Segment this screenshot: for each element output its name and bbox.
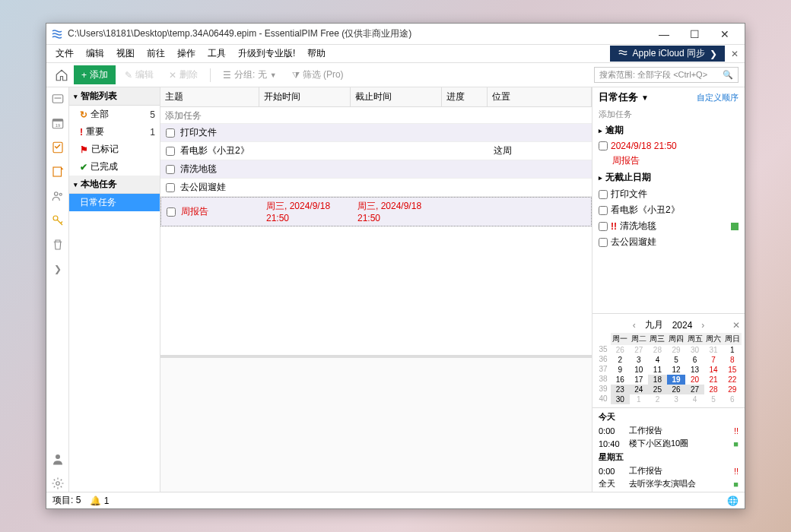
chevron-down-icon[interactable]: ▼ bbox=[641, 93, 649, 102]
agenda-row[interactable]: 全天去听张学友演唱会■ bbox=[592, 477, 745, 490]
edit-button[interactable]: ✎ 编辑 bbox=[119, 65, 160, 84]
right-task[interactable]: !!清洗地毯 bbox=[592, 218, 745, 234]
cal-day[interactable]: 9 bbox=[611, 365, 630, 375]
add-task-row[interactable] bbox=[160, 107, 592, 124]
cal-day[interactable]: 5 bbox=[704, 394, 723, 404]
icloud-sync-banner[interactable]: Apple iCloud 同步 ❯ bbox=[610, 46, 725, 62]
maximize-button[interactable]: ☐ bbox=[679, 24, 710, 44]
task-checkbox[interactable] bbox=[165, 128, 176, 138]
right-add-task[interactable]: 添加任务 bbox=[592, 107, 745, 122]
menu-视图[interactable]: 视图 bbox=[110, 46, 141, 60]
cal-day[interactable]: 27 bbox=[685, 385, 704, 394]
cal-day[interactable]: 23 bbox=[611, 385, 630, 394]
cal-close[interactable]: ✕ bbox=[732, 320, 740, 331]
globe-icon[interactable]: 🌐 bbox=[727, 496, 739, 506]
menu-帮助[interactable]: 帮助 bbox=[301, 46, 332, 60]
tree-item[interactable]: ↻全部5 bbox=[69, 106, 160, 123]
close-button[interactable]: ✕ bbox=[710, 24, 740, 44]
user-icon[interactable] bbox=[49, 451, 66, 467]
cal-day[interactable]: 1 bbox=[723, 345, 742, 355]
collapse-icon[interactable]: ❯ bbox=[49, 261, 66, 277]
bell-icon[interactable]: 🔔 1 bbox=[90, 496, 109, 506]
menu-文件[interactable]: 文件 bbox=[49, 46, 80, 60]
cal-day[interactable]: 26 bbox=[667, 385, 686, 394]
cal-day[interactable]: 16 bbox=[611, 375, 630, 385]
cal-day[interactable]: 5 bbox=[667, 355, 686, 365]
tree-item[interactable]: 日常任务 bbox=[69, 194, 160, 211]
tasks-icon[interactable] bbox=[49, 139, 66, 156]
cal-day[interactable]: 11 bbox=[648, 365, 667, 375]
cal-day[interactable]: 6 bbox=[723, 394, 742, 404]
cal-day[interactable]: 25 bbox=[648, 385, 667, 394]
task-checkbox[interactable] bbox=[599, 222, 608, 231]
cal-day[interactable]: 4 bbox=[648, 355, 667, 365]
cal-day[interactable]: 4 bbox=[685, 394, 704, 404]
cal-day[interactable]: 28 bbox=[704, 385, 723, 394]
calendar-icon[interactable]: 19 bbox=[49, 115, 66, 131]
cal-prev[interactable]: ‹ bbox=[633, 320, 636, 331]
cal-day[interactable]: 2 bbox=[611, 355, 630, 365]
task-checkbox[interactable] bbox=[599, 141, 608, 150]
add-button[interactable]: + 添加 bbox=[74, 65, 116, 84]
delete-button[interactable]: ✕ 删除 bbox=[163, 65, 204, 84]
group-nodate[interactable]: ▸无截止日期 bbox=[592, 169, 745, 186]
task-row[interactable]: 打印文件 bbox=[160, 124, 592, 142]
icloud-close-button[interactable]: ✕ bbox=[728, 49, 742, 59]
col-end[interactable]: 截止时间 bbox=[351, 87, 442, 106]
task-row[interactable]: 去公园遛娃 bbox=[160, 179, 592, 197]
contacts-icon[interactable] bbox=[49, 90, 66, 107]
right-task[interactable]: 看电影《小丑2》 bbox=[592, 202, 745, 218]
cal-day[interactable]: 8 bbox=[723, 355, 742, 365]
right-task[interactable]: 去公园遛娃 bbox=[592, 234, 745, 250]
gear-icon[interactable] bbox=[49, 475, 66, 492]
task-checkbox[interactable] bbox=[165, 183, 176, 192]
menu-编辑[interactable]: 编辑 bbox=[80, 46, 110, 60]
people-icon[interactable] bbox=[49, 188, 66, 204]
right-task[interactable]: 2024/9/18 21:50 bbox=[592, 139, 745, 153]
task-row[interactable]: 周报告周三, 2024/9/18 21:50周三, 2024/9/18 21:5… bbox=[160, 197, 592, 226]
task-row[interactable]: 清洗地毯 bbox=[160, 160, 592, 179]
cal-day[interactable]: 7 bbox=[704, 355, 723, 365]
agenda-row[interactable]: 10:40楼下小区跑10圈■ bbox=[592, 437, 745, 450]
agenda-row[interactable]: 0:00工作报告!! bbox=[592, 464, 745, 477]
cal-day[interactable]: 6 bbox=[685, 355, 704, 365]
task-checkbox[interactable] bbox=[599, 206, 608, 215]
cal-day[interactable]: 24 bbox=[630, 385, 649, 394]
search-input[interactable]: 搜索范围: 全部字段 <Ctrl+Q> 🔍 bbox=[594, 67, 739, 83]
task-checkbox[interactable] bbox=[599, 238, 608, 247]
cal-next[interactable]: › bbox=[701, 320, 704, 331]
col-subject[interactable]: 主题 bbox=[160, 87, 259, 106]
cal-day[interactable]: 31 bbox=[704, 345, 723, 355]
task-checkbox[interactable] bbox=[166, 207, 176, 217]
right-task[interactable]: 打印文件 bbox=[592, 186, 745, 202]
col-progress[interactable]: 进度 bbox=[442, 87, 488, 106]
col-location[interactable]: 位置 bbox=[488, 87, 592, 106]
cal-day[interactable]: 29 bbox=[723, 385, 742, 394]
tree-item[interactable]: !重要1 bbox=[69, 123, 160, 141]
custom-order-link[interactable]: 自定义顺序 bbox=[697, 92, 739, 103]
cal-day[interactable]: 26 bbox=[611, 345, 630, 355]
cal-day[interactable]: 29 bbox=[667, 345, 686, 355]
menu-升级到专业版![interactable]: 升级到专业版! bbox=[232, 46, 301, 60]
task-checkbox[interactable] bbox=[165, 165, 176, 174]
task-checkbox[interactable] bbox=[599, 190, 608, 199]
cal-day[interactable]: 3 bbox=[630, 355, 649, 365]
cal-day[interactable]: 12 bbox=[667, 365, 686, 375]
tree-item[interactable]: ✔已完成 bbox=[69, 158, 160, 176]
agenda-row[interactable]: 0:00工作报告!! bbox=[592, 424, 745, 437]
cal-day[interactable]: 18 bbox=[648, 375, 667, 385]
trash-icon[interactable] bbox=[49, 236, 66, 253]
menu-工具[interactable]: 工具 bbox=[202, 46, 232, 60]
group-overdue[interactable]: ▸逾期 bbox=[592, 122, 745, 139]
tree-item[interactable]: ⚑已标记 bbox=[69, 141, 160, 158]
filter-button[interactable]: ⧩ 筛选 (Pro) bbox=[286, 65, 350, 84]
cal-day[interactable]: 27 bbox=[630, 345, 649, 355]
tree-group-local[interactable]: ▾ 本地任务 bbox=[69, 176, 160, 194]
cal-day[interactable]: 15 bbox=[723, 365, 742, 375]
cal-day[interactable]: 13 bbox=[685, 365, 704, 375]
cal-day[interactable]: 30 bbox=[685, 345, 704, 355]
add-task-input[interactable] bbox=[160, 108, 592, 123]
home-icon[interactable] bbox=[52, 66, 71, 84]
notes-icon[interactable] bbox=[49, 163, 66, 180]
cal-day[interactable]: 28 bbox=[648, 345, 667, 355]
